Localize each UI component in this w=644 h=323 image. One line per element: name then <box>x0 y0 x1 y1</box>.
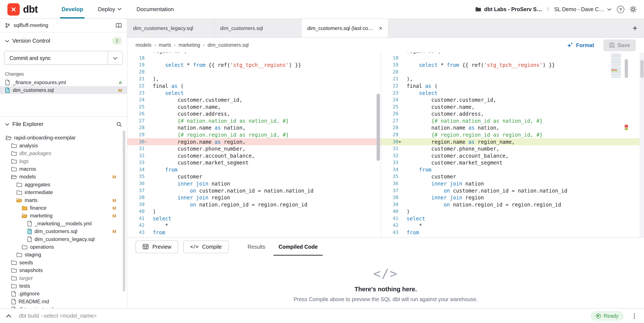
code-line[interactable]: 37 on customer.nation_id = nation.nation… <box>127 187 381 194</box>
code-line[interactable]: 43from <box>127 229 381 236</box>
code-line[interactable]: 27 {# nation.nation_id as nation_id, #} <box>127 117 381 124</box>
code-line[interactable]: 30+ region.name as region_name, <box>381 138 644 145</box>
command-input[interactable] <box>18 312 584 319</box>
tree-item-finance[interactable]: financeM <box>0 204 127 212</box>
code-line[interactable]: 24 customer.customer_id, <box>127 96 381 103</box>
code-line[interactable]: 29 {# region.region_id as region_id, #} <box>381 131 644 138</box>
tree-item-rapid-onboarding-exemplar[interactable]: rapid-onboarding-exemplar <box>0 134 127 142</box>
new-tab-button[interactable]: + <box>626 19 644 37</box>
tree-item-marketing[interactable]: marketingM <box>0 212 127 220</box>
version-control-header[interactable]: Version Control 2 <box>0 32 127 48</box>
code-line[interactable]: 19 select * from {{ ref('stg_tpch__regio… <box>127 61 381 68</box>
code-line[interactable]: 27 {# nation.nation_id as nation_id, #} <box>381 117 644 124</box>
code-line[interactable]: 36 inner join nation <box>127 180 381 187</box>
code-line[interactable]: 18 <box>127 55 381 62</box>
code-line[interactable]: 42 * <box>127 222 381 229</box>
code-line[interactable]: 43from <box>381 229 644 236</box>
dbt-logo[interactable]: dbt <box>0 3 44 15</box>
code-line[interactable]: 37 on customer.nation_id = nation.nation… <box>381 187 644 194</box>
code-line[interactable]: 32 customer.account_balance, <box>127 152 381 159</box>
tree-item-_marketing__models.yml[interactable]: _marketing__models.yml <box>0 220 127 227</box>
code-line[interactable]: 38 inner join region <box>381 194 644 201</box>
code-line[interactable]: 26 customer.address, <box>127 110 381 117</box>
code-line[interactable]: 19 select * from {{ ref('stg_tpch__regio… <box>381 61 644 68</box>
code-line[interactable]: 20 <box>381 68 644 76</box>
account-selector[interactable]: dbt Labs - ProServ S… <box>475 6 542 12</box>
close-icon[interactable]: × <box>379 25 382 31</box>
code-line[interactable]: 33 customer.market_segment <box>381 159 644 166</box>
tree-item-target[interactable]: target <box>0 274 127 282</box>
code-line[interactable]: 21), <box>127 76 381 83</box>
tree-item-intermediate[interactable]: intermediate <box>0 188 127 196</box>
tree-item-macros[interactable]: macros <box>0 165 127 173</box>
code-line[interactable]: 34 from <box>381 166 644 173</box>
code-line[interactable]: 23 select <box>381 89 644 97</box>
code-line[interactable]: 36 inner join nation <box>381 180 644 187</box>
tree-item-dbt_packages[interactable]: dbt_packages <box>0 149 127 157</box>
code-line[interactable]: 39 on nation.region_id = region.region_i… <box>127 201 381 208</box>
code-line[interactable]: 25 customer.name, <box>127 103 381 110</box>
code-line[interactable]: 38 inner join region <box>127 194 381 201</box>
code-line[interactable]: 26 customer.address, <box>381 110 644 117</box>
results-tab-compiled-code[interactable]: Compiled Code <box>272 238 324 256</box>
code-line[interactable]: 28 nation.name as nation, <box>127 124 381 131</box>
format-button[interactable]: Format <box>566 42 594 48</box>
chevron-up-icon[interactable] <box>6 314 12 318</box>
code-line[interactable]: 39 on nation.region_id = region.region_i… <box>381 201 644 208</box>
project-selector[interactable]: SL Demo - Dave C… <box>554 6 612 12</box>
tree-item-README.md[interactable]: README.md <box>0 298 127 305</box>
editor-tab[interactable]: dim_customers_legacy.sql <box>127 19 214 37</box>
git-branch-selector[interactable]: sqlfluff-meeting <box>0 19 127 32</box>
code-line[interactable]: 18 <box>381 55 644 62</box>
settings-gear-button[interactable] <box>630 6 637 13</box>
tree-item-dim_customers_legacy.sql[interactable]: dim_customers_legacy.sql <box>0 235 127 243</box>
compile-button[interactable]: </> Compile <box>183 240 229 253</box>
file-explorer-header[interactable]: File Explorer <box>0 116 127 130</box>
code-line[interactable]: 41select <box>381 215 644 222</box>
change-item[interactable]: dim_customers.sqlM <box>0 86 127 94</box>
tree-item-models[interactable]: modelsM <box>0 173 127 181</box>
code-line[interactable]: 35 customer <box>127 173 381 180</box>
nav-documentation[interactable]: Documentation <box>129 0 181 18</box>
code-line[interactable]: 41select <box>127 215 381 222</box>
results-tab-results[interactable]: Results <box>241 238 272 256</box>
commit-and-sync-button[interactable]: Commit and sync <box>4 51 108 64</box>
change-item[interactable]: _finance_exposures.ymlA <box>0 78 127 86</box>
tree-item-staging[interactable]: staging <box>0 251 127 259</box>
diff-pane-left[interactable]: region as (1819 select * from {{ ref('st… <box>127 52 381 237</box>
code-line[interactable]: 25 customer.name, <box>381 103 644 110</box>
editor-tab[interactable]: dim_customers.sql <box>214 19 302 37</box>
tree-item-seeds[interactable]: seeds <box>0 259 127 266</box>
right-pane-scrollbar[interactable] <box>640 52 644 237</box>
editor-tab[interactable]: dim_customers.sql (last co…× <box>302 19 388 37</box>
docs-book-icon[interactable] <box>115 22 122 28</box>
code-line[interactable]: 24 customer.customer_id, <box>381 96 644 103</box>
nav-develop[interactable]: Develop <box>54 0 91 18</box>
tree-item-dim_customers.sql[interactable]: dim_customers.sqlM <box>0 227 127 235</box>
nav-deploy[interactable]: Deploy <box>90 0 129 18</box>
minimap[interactable] <box>611 54 623 81</box>
save-button[interactable]: Save <box>603 39 636 51</box>
code-line[interactable]: 35 customer <box>381 173 644 180</box>
minimap-slider[interactable] <box>625 59 628 78</box>
code-line[interactable]: 31 customer.phone_number, <box>381 145 644 152</box>
code-line[interactable]: 30- region.name as region, <box>127 138 381 145</box>
code-line[interactable]: 21), <box>381 76 644 83</box>
tree-item-.gitignore[interactable]: .gitignore <box>0 290 127 298</box>
code-line[interactable]: 28 nation.name as nation, <box>381 124 644 131</box>
code-line[interactable]: 22final as ( <box>381 82 644 89</box>
left-pane-scrollbar[interactable] <box>376 52 380 237</box>
tree-item-analysis[interactable]: analysis <box>0 142 127 149</box>
code-line[interactable]: region as ( <box>381 52 644 55</box>
code-line[interactable]: 29 {# region.region_id as region_id, #} <box>127 131 381 138</box>
code-line[interactable]: 33 customer.market_segment <box>127 159 381 166</box>
help-button[interactable]: ? <box>617 5 624 13</box>
tree-item-aggregates[interactable]: aggregates <box>0 181 127 188</box>
code-line[interactable]: 22final as ( <box>127 82 381 89</box>
commit-options-caret[interactable] <box>108 51 122 64</box>
kebab-menu-icon[interactable]: ⋮ <box>630 312 638 319</box>
tree-item-operations[interactable]: operations <box>0 243 127 251</box>
code-line[interactable]: 32 customer.account_balance, <box>381 152 644 159</box>
code-line[interactable]: 42 * <box>381 222 644 229</box>
diff-pane-right[interactable]: region as (1819 select * from {{ ref('st… <box>381 52 644 237</box>
